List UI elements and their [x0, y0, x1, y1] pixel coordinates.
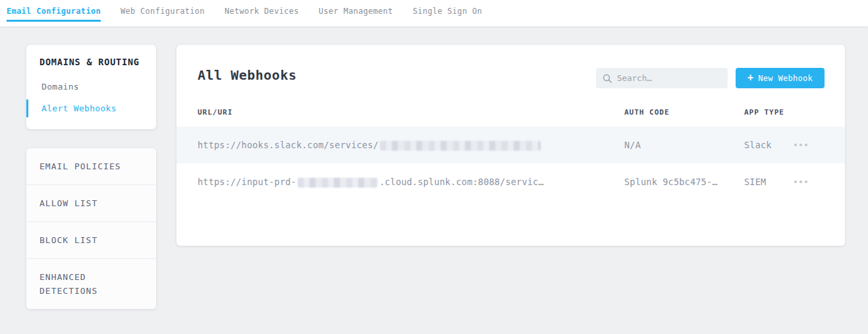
tab-email-configuration[interactable]: Email Configuration: [7, 0, 101, 22]
tab-user-management[interactable]: User Management: [319, 0, 393, 22]
webhooks-panel: All Webhooks + New Webhook URL/URI AUTH …: [176, 45, 845, 246]
redacted-url-segment: [298, 177, 378, 187]
tab-web-configuration[interactable]: Web Configuration: [121, 0, 205, 22]
sidebar-item-alert-webhooks[interactable]: Alert Webhooks: [26, 99, 156, 117]
row-menu-button[interactable]: [793, 177, 809, 187]
search-input[interactable]: [617, 73, 721, 83]
search-icon: [603, 74, 612, 83]
sidebar-item-block-list[interactable]: BLOCK LIST: [26, 222, 156, 259]
sidebar-sections-card: EMAIL POLICIES ALLOW LIST BLOCK LIST ENH…: [26, 148, 156, 309]
row-menu-button[interactable]: [793, 140, 809, 150]
sidebar-item-allow-list[interactable]: ALLOW LIST: [26, 185, 156, 222]
webhook-app-type: SIEM: [744, 177, 766, 187]
table-row-splunk-webhook: https://input-prd-.cloud.splunk.com:8088…: [176, 163, 845, 200]
column-header-auth-code: AUTH CODE: [624, 108, 670, 117]
new-webhook-button-label: New Webhook: [758, 74, 813, 83]
ellipsis-icon: [794, 181, 797, 183]
webhook-auth-code: N/A: [624, 140, 641, 150]
webhook-url: https://input-prd-.cloud.splunk.com:8088…: [198, 177, 544, 188]
webhook-app-type: Slack: [744, 140, 772, 150]
new-webhook-button[interactable]: + New Webhook: [736, 68, 825, 88]
webhook-url: https://hooks.slack.com/services/: [198, 140, 542, 151]
search-box[interactable]: [596, 68, 728, 88]
plus-icon: +: [747, 73, 753, 83]
sidebar-item-email-policies[interactable]: EMAIL POLICIES: [26, 148, 156, 185]
table-row-slack-webhook: https://hooks.slack.com/services/ N/A Sl…: [176, 126, 845, 163]
column-header-app-type: APP TYPE: [744, 108, 784, 117]
sidebar-domains-routing-card: DOMAINS & ROUTING Domains Alert Webhooks: [26, 45, 156, 129]
column-header-url-uri: URL/URI: [198, 108, 232, 117]
redacted-url-segment: [380, 140, 541, 150]
tab-network-devices[interactable]: Network Devices: [225, 0, 299, 22]
sidebar-item-enhanced-detections[interactable]: ENHANCED DETECTIONS: [26, 259, 156, 309]
page-title: All Webhooks: [198, 67, 297, 83]
sidebar-heading-domains-routing: DOMAINS & ROUTING: [26, 57, 156, 67]
webhook-auth-code: Splunk 9c5bc475-…: [624, 177, 718, 187]
top-nav: Email Configuration Web Configuration Ne…: [0, 0, 868, 26]
ellipsis-icon: [794, 144, 797, 146]
table-header: URL/URI AUTH CODE APP TYPE: [176, 108, 845, 126]
tab-single-sign-on[interactable]: Single Sign On: [413, 0, 482, 22]
sidebar-item-domains[interactable]: Domains: [26, 78, 156, 96]
